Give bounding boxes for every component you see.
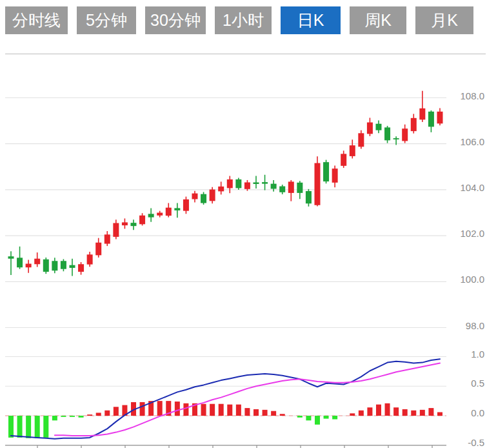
candle	[279, 187, 285, 192]
axis-tick-label: 102.0	[460, 228, 484, 239]
macd-bar	[87, 414, 92, 416]
candle	[419, 108, 425, 119]
macd-bar	[96, 412, 101, 416]
candle	[271, 184, 277, 189]
macd-bar	[315, 416, 320, 425]
candle	[69, 265, 75, 268]
candle	[384, 127, 390, 140]
macd-bar	[403, 409, 408, 416]
candle	[166, 208, 172, 216]
macd-bar	[244, 408, 250, 416]
candle	[43, 260, 49, 272]
macd-bar	[420, 410, 425, 416]
candle	[104, 234, 110, 243]
candle	[183, 199, 189, 211]
macd-bar	[17, 416, 23, 438]
macd-bar	[175, 402, 180, 416]
candle	[157, 213, 163, 216]
candle	[297, 183, 303, 193]
candle	[288, 181, 294, 192]
macd-bar	[359, 411, 364, 416]
candlestick-macd-chart: 108.0106.0104.0102.0100.098.01.00.50.0-0…	[0, 0, 487, 448]
macd-bar	[70, 416, 75, 417]
macd-bar	[35, 416, 40, 438]
candle	[306, 191, 312, 203]
macd-line-dif	[11, 359, 440, 439]
macd-bar	[306, 416, 311, 420]
candle	[437, 112, 442, 124]
candle	[130, 223, 136, 226]
axis-tick-label: 106.0	[460, 136, 484, 147]
candle	[350, 145, 355, 156]
candle	[174, 208, 180, 210]
candle	[113, 223, 119, 237]
candle	[8, 256, 14, 259]
macd-bar	[114, 407, 119, 416]
macd-histogram-layer	[8, 401, 442, 438]
axis-tick-label: 1.0	[471, 349, 484, 360]
candle	[367, 123, 373, 134]
candle	[227, 179, 233, 188]
candle	[402, 128, 408, 141]
macd-bar	[367, 407, 372, 416]
macd-bar	[253, 409, 259, 416]
macd-bar	[26, 416, 31, 438]
macd-bar	[271, 411, 276, 416]
candle	[139, 216, 145, 225]
candle	[122, 222, 128, 225]
candle	[314, 163, 320, 205]
candle	[17, 258, 23, 267]
candle	[235, 179, 241, 188]
macd-bar	[79, 416, 84, 418]
candles-layer	[8, 91, 443, 276]
candle	[210, 190, 215, 201]
candle	[95, 243, 101, 256]
candle	[61, 261, 66, 269]
macd-bar	[210, 404, 215, 416]
candle	[244, 183, 250, 189]
candle	[87, 254, 93, 264]
macd-bar	[236, 405, 241, 416]
candle	[218, 187, 224, 191]
candle	[201, 194, 206, 203]
candle	[411, 118, 417, 131]
macd-bar	[227, 405, 232, 416]
macd-bar	[393, 407, 399, 416]
macd-bar	[61, 416, 66, 417]
candle	[78, 264, 84, 272]
candle	[192, 194, 197, 199]
macd-lines-layer	[11, 359, 440, 439]
macd-bar	[376, 405, 381, 416]
macd-bar	[437, 412, 442, 416]
macd-bar	[219, 404, 224, 416]
axis-tick-label: 0.0	[471, 407, 484, 418]
candle	[428, 112, 434, 127]
candle	[52, 261, 57, 270]
candle	[375, 124, 381, 130]
macd-bar	[332, 416, 337, 419]
axis-tick-label: 0.5	[471, 378, 484, 389]
macd-bar	[263, 410, 268, 416]
axis-tick-label: 100.0	[460, 274, 484, 285]
macd-bar	[157, 401, 163, 416]
candle	[393, 138, 399, 139]
candle	[358, 133, 364, 147]
candle	[341, 154, 346, 166]
axis-tick-label: 98.0	[466, 320, 484, 331]
macd-bar	[350, 413, 355, 416]
candle	[34, 259, 40, 265]
macd-bar	[52, 416, 57, 420]
macd-bar	[297, 416, 303, 418]
candle	[253, 183, 259, 184]
macd-bar	[280, 414, 285, 416]
macd-bar	[324, 416, 329, 419]
macd-bar	[385, 403, 390, 416]
macd-bar	[104, 411, 110, 416]
axis-labels-layer: 108.0106.0104.0102.0100.098.01.00.50.0-0…	[460, 90, 484, 448]
macd-bar	[183, 403, 188, 416]
macd-bar	[140, 402, 145, 416]
macd-bar	[43, 416, 48, 438]
candle	[323, 162, 329, 181]
macd-bar	[428, 408, 433, 416]
candle	[26, 264, 32, 268]
